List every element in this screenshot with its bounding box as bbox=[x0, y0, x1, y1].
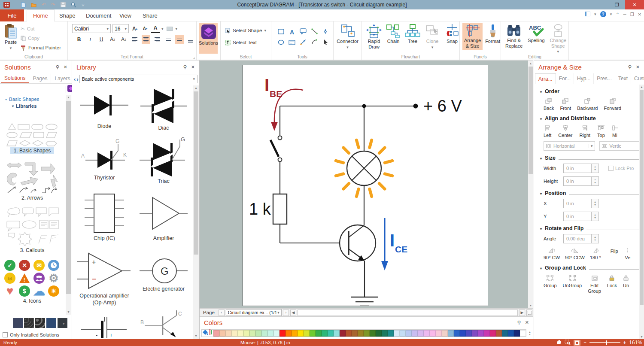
align-bottom-button[interactable] bbox=[186, 35, 195, 44]
color-swatch[interactable] bbox=[442, 330, 448, 337]
format-painter-button[interactable]: Format Painter bbox=[21, 43, 61, 52]
color-swatch[interactable] bbox=[249, 330, 255, 337]
zoom-out-icon[interactable]: − bbox=[583, 340, 586, 345]
library-item-callouts[interactable]: 3. Callouts bbox=[0, 206, 64, 254]
pattern-thumbnails[interactable] bbox=[13, 318, 67, 328]
align-left-button[interactable] bbox=[131, 35, 139, 44]
tree-button[interactable]: Tree bbox=[403, 23, 422, 51]
solutions-scrollbar[interactable]: ▴ ▾ bbox=[66, 95, 71, 315]
help-icon[interactable]: ? bbox=[600, 11, 606, 17]
x-spinner[interactable]: ▴▾ bbox=[592, 199, 599, 208]
distribute-horizontal-select[interactable]: Horizontal ▾ bbox=[544, 141, 595, 151]
solutions-pin-icon[interactable]: ⚲ bbox=[56, 64, 59, 70]
subscript-button[interactable]: A2 bbox=[119, 35, 128, 44]
prev-page-button[interactable]: ‹ bbox=[219, 310, 225, 316]
highlight-button[interactable] bbox=[165, 24, 174, 33]
arrange-scrollbar[interactable]: ▴ ▾ bbox=[639, 85, 644, 339]
bold-button[interactable]: B bbox=[75, 35, 83, 44]
paste-button[interactable]: Paste ▾ bbox=[3, 23, 19, 52]
color-swatch[interactable] bbox=[430, 330, 436, 337]
lock-proportions-checkbox[interactable] bbox=[608, 166, 614, 171]
next-page-button[interactable]: › bbox=[283, 310, 289, 316]
angle-spinner[interactable]: ▴▾ bbox=[592, 234, 599, 243]
library-item-icons[interactable]: ✓ ✕ ✉ ☺ ! ⚙ ♥ $ ☁ ☀ 4. Icons bbox=[0, 260, 64, 304]
color-swatch[interactable] bbox=[394, 330, 400, 337]
smart-connector-tool-icon[interactable] bbox=[300, 39, 307, 47]
order-front-button[interactable]: Front bbox=[560, 98, 571, 111]
spelling-button[interactable]: ABC Spelling bbox=[526, 23, 546, 55]
distribute-vertical-select[interactable]: Vertic bbox=[599, 141, 644, 151]
panel-layout-caret[interactable]: ▾ bbox=[594, 12, 596, 16]
tab-document[interactable]: Document bbox=[80, 9, 117, 21]
shrink-font-button[interactable]: A▾ bbox=[141, 24, 149, 33]
color-swatch[interactable] bbox=[340, 330, 346, 337]
color-swatch[interactable] bbox=[514, 330, 520, 337]
arc-tool-icon[interactable] bbox=[311, 39, 318, 47]
height-input[interactable]: 0 in▴▾ bbox=[563, 176, 599, 186]
color-swatch[interactable] bbox=[466, 330, 472, 337]
app-icon[interactable] bbox=[3, 2, 10, 8]
y-spinner[interactable]: ▴▾ bbox=[592, 212, 599, 221]
color-swatch[interactable] bbox=[478, 330, 484, 337]
tab-presentation[interactable]: Pres... bbox=[594, 73, 615, 84]
clone-button[interactable]: Clone ▾ bbox=[423, 23, 442, 51]
tab-custom[interactable]: Cust... bbox=[631, 73, 644, 84]
rotate-90ccw-button[interactable]: 90° CCW bbox=[565, 248, 585, 261]
color-swatch[interactable] bbox=[261, 330, 267, 337]
align-middle-objects-button[interactable]: Mi bbox=[612, 125, 618, 138]
canvas-page[interactable]: I BE + 6 V bbox=[243, 65, 488, 306]
scroll-down-icon[interactable]: ▾ bbox=[193, 334, 199, 339]
scroll-down-icon[interactable]: ▾ bbox=[66, 310, 71, 315]
line-tool-icon[interactable] bbox=[311, 28, 318, 36]
color-swatch[interactable] bbox=[382, 330, 388, 337]
color-swatch[interactable] bbox=[237, 330, 243, 337]
align-middle-button[interactable] bbox=[175, 35, 184, 44]
library-scrollbar[interactable]: ▴ ▾ bbox=[193, 85, 199, 339]
width-input[interactable]: 0 in▴▾ bbox=[563, 164, 599, 173]
color-swatch[interactable] bbox=[310, 330, 316, 337]
cut-button[interactable]: ✂Cut bbox=[21, 24, 61, 33]
callout-tool-icon[interactable] bbox=[300, 28, 307, 36]
font-size-select[interactable]: 16▾ bbox=[112, 24, 129, 33]
help-caret[interactable]: ▾ bbox=[610, 12, 612, 16]
color-swatch[interactable] bbox=[346, 330, 352, 337]
library-back-icon[interactable]: ‹ bbox=[74, 76, 76, 82]
zoom-slider[interactable] bbox=[589, 342, 620, 343]
scroll-up-icon[interactable]: ▴ bbox=[639, 85, 644, 90]
tab-share[interactable]: Share bbox=[137, 9, 164, 21]
color-swatch[interactable] bbox=[255, 330, 261, 337]
align-right-objects-button[interactable]: Right bbox=[579, 125, 590, 138]
flip-vertical-button[interactable]: Ve bbox=[625, 248, 631, 261]
qat-dropdown-icon[interactable]: ▽ bbox=[82, 3, 84, 7]
width-spinner[interactable]: ▴▾ bbox=[592, 164, 599, 173]
new-document-icon[interactable] bbox=[21, 2, 26, 8]
color-swatch[interactable] bbox=[388, 330, 394, 337]
color-swatch[interactable] bbox=[292, 330, 298, 337]
color-swatch[interactable] bbox=[412, 330, 418, 337]
color-swatch[interactable] bbox=[424, 330, 430, 337]
format-button[interactable]: Format bbox=[483, 23, 502, 50]
color-swatch[interactable] bbox=[298, 330, 304, 337]
tree-libraries[interactable]: ▾Libraries bbox=[0, 102, 72, 109]
color-swatch[interactable] bbox=[243, 330, 249, 337]
shape-battery-partial[interactable]: - + bbox=[75, 306, 134, 339]
color-swatch[interactable] bbox=[219, 330, 225, 337]
colors-pin-icon[interactable]: ⚲ bbox=[517, 320, 521, 325]
tab-solutions[interactable]: Solutions bbox=[1, 73, 29, 83]
hscroll-right-icon[interactable]: ▶ bbox=[519, 310, 525, 316]
tab-file[interactable]: File bbox=[0, 9, 24, 21]
color-swatch[interactable] bbox=[502, 330, 508, 337]
shape-diode[interactable]: Diode bbox=[75, 85, 134, 132]
grow-font-button[interactable]: A▴ bbox=[131, 24, 139, 33]
minimize-button[interactable]: ─ bbox=[592, 0, 609, 9]
restore-button[interactable]: ❐ bbox=[609, 0, 625, 9]
font-color-caret[interactable]: ▾ bbox=[161, 27, 164, 31]
color-swatch[interactable] bbox=[406, 330, 412, 337]
zoom-slider-thumb[interactable] bbox=[606, 340, 607, 345]
highlight-caret[interactable]: ▾ bbox=[176, 27, 178, 31]
tab-pages[interactable]: Pages bbox=[29, 73, 51, 83]
text-tool-icon[interactable]: A bbox=[290, 29, 294, 36]
color-swatch[interactable] bbox=[472, 330, 478, 337]
font-color-button[interactable]: A bbox=[151, 24, 160, 33]
close-button[interactable]: ✕ bbox=[625, 0, 644, 9]
